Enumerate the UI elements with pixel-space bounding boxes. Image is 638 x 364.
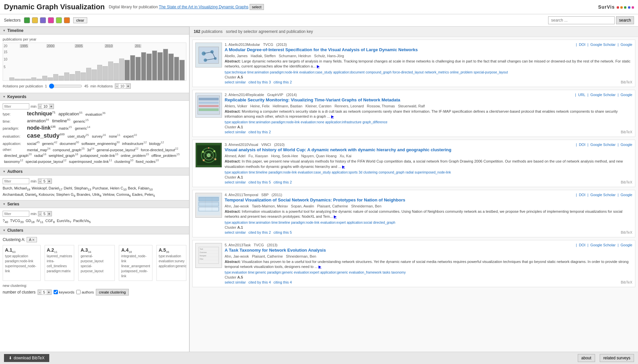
authors-header[interactable]: Authors: [0, 168, 189, 176]
pub-google-3[interactable]: Google: [621, 143, 632, 147]
create-clustering-button[interactable]: create clustering: [96, 289, 129, 296]
bar-12[interactable]: [75, 71, 81, 81]
pub-tag-2-4[interactable]: evaluation:none: [301, 120, 324, 124]
kw-none[interactable]: none11: [109, 133, 120, 138]
series-pacificvis[interactable]: PacificVis5: [73, 219, 91, 224]
kw-generic-paradigm[interactable]: generic14: [75, 125, 90, 130]
bar-10[interactable]: [64, 72, 70, 80]
kw-node-link[interactable]: node-link135: [27, 125, 56, 131]
pub-citing-5[interactable]: citing this 4: [274, 280, 292, 284]
pub-bibtex-1[interactable]: BibTeX: [621, 80, 632, 84]
pub-tag-4-6[interactable]: application:social: [347, 221, 372, 224]
download-bibtex-button[interactable]: ⬇ download BibTeX: [4, 354, 49, 362]
pub-tag-2-6[interactable]: graph_difference: [362, 120, 387, 124]
author-diehl[interactable]: Diehl, Stephan13: [64, 186, 91, 191]
bar-13[interactable]: [81, 72, 86, 80]
kw-superimposed[interactable]: superimposed_node-link11: [69, 159, 112, 164]
bar-3[interactable]: [26, 79, 31, 80]
kw-application-type[interactable]: application55: [59, 111, 83, 116]
pub-tag-3-1[interactable]: type:application: [225, 171, 248, 174]
pub-bibtex-3[interactable]: BibTeX: [621, 180, 632, 184]
pub-cluster-id-4[interactable]: A.1: [237, 225, 243, 229]
bar-7[interactable]: [48, 77, 53, 81]
kw-mental-map[interactable]: mental_map24: [27, 147, 51, 152]
keywords-increment[interactable]: +: [49, 104, 54, 109]
pub-tag-2-2[interactable]: time:animation: [249, 120, 271, 124]
pub-cited-by-3[interactable]: cited by this 5: [249, 180, 271, 184]
kw-matrix[interactable]: matrix15: [59, 125, 72, 130]
pub-title-1[interactable]: A Modular Degree-of-Interest Specificati…: [225, 47, 632, 53]
pub-tag-3-7[interactable]: clustering: [363, 171, 378, 174]
pub-tag-4-3[interactable]: time:timeline: [272, 221, 290, 224]
kw-special-purpose[interactable]: special-purpose_layout12: [26, 159, 67, 164]
pub-doi-1[interactable]: DOI: [579, 43, 585, 47]
pub-scholar-4[interactable]: Google Scholar: [590, 193, 616, 197]
pub-tag-4-1[interactable]: type:application: [225, 221, 248, 224]
author-vehlow[interactable]: Vehlow, Corinna6: [103, 192, 131, 197]
pub-tag-5-3[interactable]: paradigm:generic: [267, 271, 293, 274]
bar-16[interactable]: [97, 65, 103, 81]
series-tvcg[interactable]: TVCG20: [10, 219, 24, 224]
authors-checkbox[interactable]: [76, 290, 81, 294]
pub-select-similar-2[interactable]: select similar: [225, 130, 246, 134]
selector-color-4[interactable]: [48, 17, 54, 23]
kw-force-directed[interactable]: force-directed_layout22: [141, 147, 178, 152]
pub-tag-4-4[interactable]: paradigm:node-link: [291, 221, 319, 224]
author-brandes[interactable]: Brandes, Ulrik8: [77, 192, 101, 197]
pub-cluster-id-2[interactable]: A.1: [237, 125, 243, 129]
kw-social[interactable]: social45: [27, 141, 40, 146]
series-filter-input[interactable]: [3, 211, 29, 217]
search-button[interactable]: search: [616, 16, 634, 24]
kw-3d[interactable]: 3d24: [87, 147, 94, 152]
keywords-checkbox[interactable]: [54, 290, 58, 294]
series-decrement[interactable]: -: [38, 211, 42, 216]
kw-offline-problem[interactable]: offline_problem15: [151, 153, 180, 158]
cluster-a4-id[interactable]: A.418: [121, 247, 132, 253]
pub-tag-3-10[interactable]: superimposed_node-link: [415, 171, 451, 174]
kw-taxonomy[interactable]: taxonomy12: [4, 159, 23, 164]
selector-color-6[interactable]: [64, 17, 70, 23]
clustering-a-close[interactable]: ✕: [32, 238, 35, 242]
pub-citing-1[interactable]: citing this 2: [274, 80, 292, 84]
keywords-filter-input[interactable]: [3, 103, 29, 109]
selector-color-2[interactable]: [32, 17, 38, 23]
authors-filter-input[interactable]: [3, 178, 29, 184]
pub-tag-5-4[interactable]: evaluation:expert: [294, 271, 319, 274]
keywords-header[interactable]: Keywords: [0, 93, 189, 101]
series-gd[interactable]: GD18: [26, 219, 35, 224]
kw-biology[interactable]: biology12: [149, 141, 164, 146]
abstract-more-3[interactable]: ▶: [342, 165, 345, 169]
author-kobourov[interactable]: Kobourov, Stephen G9: [39, 192, 75, 197]
pub-tag-1-4[interactable]: evaluation:case_study: [299, 70, 332, 74]
pub-url-2[interactable]: URL: [578, 93, 585, 97]
bar-1[interactable]: [15, 79, 20, 80]
pub-doi-3[interactable]: DOI: [579, 143, 585, 147]
kw-generic-app[interactable]: generic42: [42, 141, 57, 146]
bar-30[interactable]: [174, 57, 179, 80]
selector-color-1[interactable]: [24, 17, 30, 23]
pub-tag-3-3[interactable]: paradigm:node-link: [269, 171, 297, 174]
bar-26[interactable]: [152, 51, 157, 80]
pub-cited-by-5[interactable]: cited by this 4: [249, 280, 271, 284]
pub-select-similar-1[interactable]: select similar: [225, 80, 246, 84]
series-header[interactable]: Series: [0, 200, 189, 208]
pub-tag-4-7[interactable]: directed_graph: [373, 221, 395, 224]
pub-tag-3-9[interactable]: radial: [405, 171, 413, 174]
authors-increment[interactable]: +: [47, 179, 52, 183]
kw-clustering[interactable]: clustering10: [114, 159, 133, 164]
pub-tag-5-1[interactable]: type:evaluation: [225, 271, 247, 274]
bar-29[interactable]: [168, 54, 174, 80]
timeline-header[interactable]: Timeline: [0, 27, 189, 35]
author-archambault[interactable]: Archambault, Daniel9: [3, 192, 37, 197]
bar-22[interactable]: [130, 55, 135, 80]
bar-2[interactable]: [20, 79, 26, 80]
pub-tag-5-6[interactable]: evaluation_framework: [349, 271, 382, 274]
pub-tag-3-2[interactable]: time:timeline: [249, 171, 268, 174]
bar-23[interactable]: [135, 57, 141, 80]
pub-tag-1-2[interactable]: time:animation: [247, 70, 269, 74]
pub-citing-3[interactable]: citing this 2: [274, 180, 292, 184]
kw-case-study[interactable]: case_study103: [27, 132, 65, 139]
pub-cluster-id-3[interactable]: A.1: [237, 175, 243, 179]
series-iv[interactable]: IV11: [37, 219, 44, 224]
clusters-header[interactable]: Clusters: [0, 226, 189, 234]
